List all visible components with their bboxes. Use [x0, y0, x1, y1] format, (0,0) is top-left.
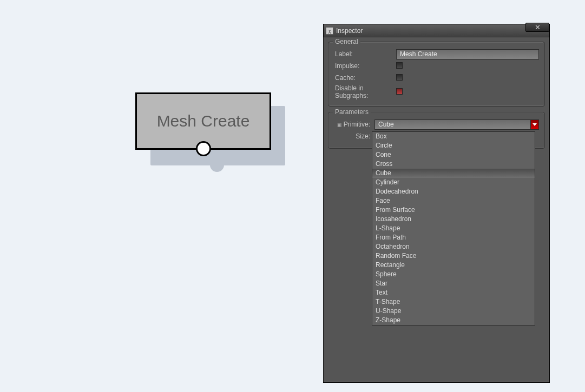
- dropdown-item[interactable]: Cone: [372, 150, 535, 160]
- dropdown-item[interactable]: Dodecahedron: [372, 187, 535, 196]
- inspector-title-icon: χ: [326, 27, 333, 35]
- node-shadow-port: [210, 162, 224, 172]
- dropdown-item[interactable]: Text: [372, 288, 535, 297]
- row-impulse: Impulse:: [334, 61, 539, 71]
- primitive-dropdown[interactable]: Cube: [374, 119, 539, 130]
- dropdown-item[interactable]: Rectangle: [372, 261, 535, 270]
- disable-subgraphs-label: Disable in Subgraphs:: [334, 84, 396, 99]
- dropdown-item[interactable]: Star: [372, 279, 535, 288]
- cache-label: Cache:: [334, 74, 396, 82]
- group-general-title: General: [333, 38, 360, 45]
- inspector-titlebar[interactable]: χ Inspector ✕: [324, 24, 549, 37]
- dropdown-item[interactable]: Cross: [372, 160, 535, 169]
- row-label: Label: Mesh Create: [334, 49, 539, 59]
- dropdown-item[interactable]: Cube: [372, 169, 535, 178]
- dropdown-item[interactable]: Octahedron: [372, 242, 535, 251]
- primitive-value: Cube: [378, 121, 394, 128]
- impulse-label: Impulse:: [334, 62, 396, 70]
- disable-subgraphs-checkbox[interactable]: [396, 88, 403, 95]
- primitive-expander-icon[interactable]: ▣: [337, 122, 341, 127]
- label-label: Label:: [334, 50, 396, 58]
- dropdown-item[interactable]: From Surface: [372, 205, 535, 215]
- node-label: Mesh Create: [157, 112, 250, 130]
- row-disable-subgraphs: Disable in Subgraphs:: [334, 84, 539, 99]
- size-label: Size:: [356, 132, 370, 140]
- dropdown-item[interactable]: Sphere: [372, 270, 535, 279]
- dropdown-item[interactable]: Icosahedron: [372, 215, 535, 224]
- impulse-checkbox[interactable]: [396, 62, 403, 69]
- primitive-label: Primitive:: [344, 121, 370, 128]
- dropdown-item[interactable]: Z-Shape: [372, 316, 535, 325]
- dropdown-item[interactable]: T-Shape: [372, 297, 535, 307]
- cache-checkbox[interactable]: [396, 74, 403, 81]
- dropdown-item[interactable]: Random Face: [372, 251, 535, 261]
- close-icon: ✕: [535, 23, 541, 31]
- dropdown-item[interactable]: Circle: [372, 141, 535, 150]
- dropdown-item[interactable]: Cylinder: [372, 178, 535, 187]
- group-general: General Label: Mesh Create Impulse: Cach…: [328, 42, 545, 107]
- dropdown-item[interactable]: L-Shape: [372, 224, 535, 233]
- row-cache: Cache:: [334, 72, 539, 83]
- dropdown-item[interactable]: From Path: [372, 233, 535, 242]
- label-input[interactable]: Mesh Create: [396, 49, 539, 59]
- row-primitive: ▣ Primitive: Cube: [334, 119, 539, 130]
- group-parameters-title: Parameters: [333, 108, 371, 116]
- dropdown-item[interactable]: Face: [372, 196, 535, 205]
- dropdown-item[interactable]: Box: [372, 132, 535, 141]
- close-button[interactable]: ✕: [525, 23, 549, 32]
- node-output-port[interactable]: [196, 141, 211, 156]
- primitive-dropdown-list[interactable]: BoxCircleConeCrossCubeCylinderDodecahedr…: [372, 131, 535, 325]
- dropdown-item[interactable]: U-Shape: [372, 307, 535, 316]
- dropdown-arrow-icon[interactable]: [530, 120, 538, 129]
- inspector-title: Inspector: [336, 27, 363, 35]
